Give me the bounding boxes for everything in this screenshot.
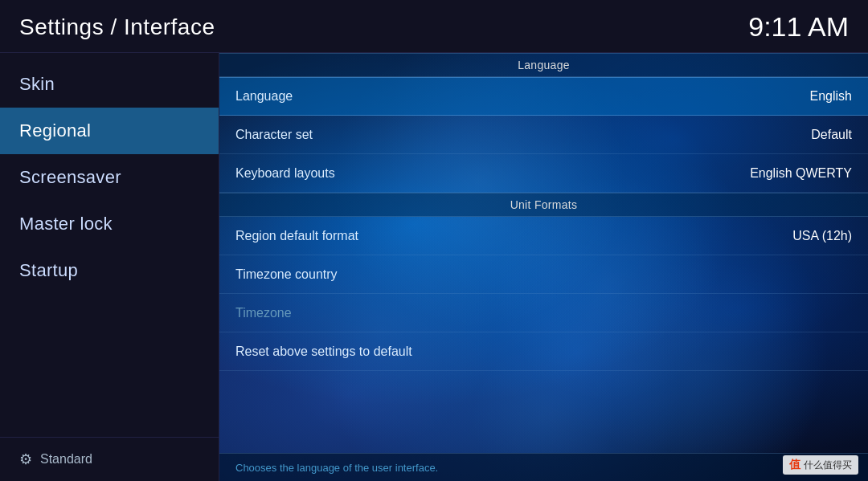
setting-label-keyboard-layouts: Keyboard layouts [235,166,335,181]
sidebar-item-startup[interactable]: Startup [0,247,219,294]
watermark-text: 什么值得买 [804,459,852,472]
section-header-unit-formats: Unit Formats [219,193,868,217]
clock: 9:11 AM [748,11,849,43]
gear-icon: ⚙ [19,450,32,468]
setting-value-language: English [810,89,852,104]
content-inner: Language Language English Character set … [219,53,868,481]
sidebar: Skin Regional Screensaver Master lock St… [0,53,219,481]
setting-label-timezone-country: Timezone country [235,267,338,282]
info-text: Chooses the language of the user interfa… [235,462,438,474]
setting-row-keyboard-layouts[interactable]: Keyboard layouts English QWERTY [219,154,868,193]
setting-label-timezone: Timezone [235,306,292,320]
sidebar-item-regional[interactable]: Regional [0,108,219,154]
setting-row-language[interactable]: Language English [219,77,868,116]
setting-row-timezone[interactable]: Timezone [219,294,868,332]
setting-row-timezone-country[interactable]: Timezone country [219,255,868,294]
setting-label-reset-settings: Reset above settings to default [235,344,412,359]
main-layout: Skin Regional Screensaver Master lock St… [0,53,868,481]
setting-row-character-set[interactable]: Character set Default [219,116,868,154]
setting-value-character-set: Default [811,128,852,142]
setting-row-reset-settings[interactable]: Reset above settings to default [219,332,868,371]
sidebar-item-screensaver[interactable]: Screensaver [0,154,219,201]
section-header-language: Language [219,53,868,77]
sidebar-item-master-lock[interactable]: Master lock [0,201,219,247]
sidebar-footer: ⚙ Standard [0,437,219,481]
sidebar-nav: Skin Regional Screensaver Master lock St… [0,53,219,294]
setting-value-keyboard-layouts: English QWERTY [750,166,852,181]
setting-label-character-set: Character set [235,128,313,142]
page-title: Settings / Interface [19,14,215,40]
sidebar-footer-label: Standard [40,452,92,467]
header: Settings / Interface 9:11 AM [0,0,868,53]
setting-label-language: Language [235,89,293,104]
sidebar-item-skin[interactable]: Skin [0,61,219,108]
setting-row-region-default-format[interactable]: Region default format USA (12h) [219,217,868,255]
setting-label-region-default-format: Region default format [235,229,358,243]
content-area: Language Language English Character set … [219,53,868,481]
setting-value-region-default-format: USA (12h) [792,229,852,243]
info-bar: Chooses the language of the user interfa… [219,453,868,481]
watermark-icon: 值 [789,458,800,472]
settings-list: Language Language English Character set … [219,53,868,453]
watermark: 值 什么值得买 [783,455,858,475]
